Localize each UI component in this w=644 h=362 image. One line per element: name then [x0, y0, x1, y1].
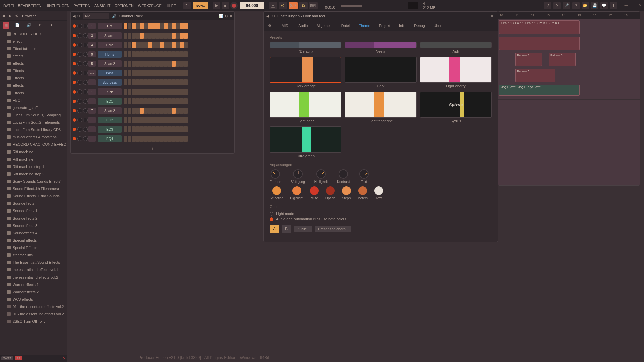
step[interactable]: [184, 51, 188, 57]
step[interactable]: [128, 117, 131, 123]
step[interactable]: [176, 42, 180, 48]
ab-b-button[interactable]: B: [282, 225, 291, 233]
song-mode-button[interactable]: SONG: [193, 2, 208, 9]
theme-preset-sytrus[interactable]: SytrusSytrus: [420, 92, 492, 123]
browser-item[interactable]: Effects: [0, 60, 67, 67]
step[interactable]: [168, 117, 172, 123]
channel-number[interactable]: [88, 136, 96, 142]
channel-name[interactable]: EQ1: [98, 98, 122, 105]
swatch-mute[interactable]: Mute: [310, 186, 319, 200]
step[interactable]: [160, 136, 164, 142]
step[interactable]: [164, 79, 168, 85]
step-sequencer[interactable]: [124, 108, 188, 114]
step[interactable]: [132, 108, 136, 114]
open-icon[interactable]: 📂: [582, 2, 589, 9]
step[interactable]: [180, 70, 184, 76]
theme-preset-dark[interactable]: Dark: [345, 57, 417, 88]
theme-preset-lightpear[interactable]: Light pear: [270, 92, 341, 123]
step[interactable]: [148, 126, 152, 132]
step[interactable]: [128, 79, 131, 85]
vol-knob[interactable]: [83, 136, 88, 141]
step[interactable]: [124, 61, 127, 67]
browser-item[interactable]: 01 - the essent..nd effects vol.2: [0, 303, 67, 310]
browser-item[interactable]: BB RUFF RIDER: [0, 30, 67, 38]
step[interactable]: [152, 136, 156, 142]
browser-item[interactable]: 01 - the essent..nd effects vol.2: [0, 310, 67, 318]
step[interactable]: [124, 33, 127, 39]
menu-bearbeiten[interactable]: BEARBEITEN: [16, 2, 44, 9]
channel-led[interactable]: [73, 128, 76, 131]
step[interactable]: [140, 42, 144, 48]
channel-led[interactable]: [73, 137, 76, 140]
cr-reload-icon[interactable]: ⟲: [77, 14, 80, 18]
pan-knob[interactable]: [77, 89, 82, 94]
step[interactable]: [140, 51, 144, 57]
step[interactable]: [168, 33, 172, 39]
step[interactable]: [140, 117, 144, 123]
step[interactable]: [180, 108, 184, 114]
step[interactable]: [152, 79, 156, 85]
menu-hinzufügen[interactable]: HINZUFÜGEN: [43, 2, 71, 9]
channel-name[interactable]: Snare1: [98, 32, 122, 39]
channel-led[interactable]: [73, 71, 76, 75]
step[interactable]: [176, 79, 180, 85]
tab-über[interactable]: Über: [430, 22, 446, 30]
step[interactable]: [144, 79, 148, 85]
step[interactable]: [180, 23, 184, 29]
browser-view-1[interactable]: ▦: [3, 22, 9, 29]
step[interactable]: [136, 61, 140, 67]
step[interactable]: [144, 117, 148, 123]
blend-icon[interactable]: ⧉: [299, 2, 308, 9]
step[interactable]: [124, 98, 127, 104]
channel-name[interactable]: EQ4: [98, 135, 122, 142]
step[interactable]: [172, 70, 176, 76]
menu-hilfe[interactable]: HILFE: [164, 2, 178, 9]
step[interactable]: [132, 89, 136, 95]
step-edit-icon[interactable]: 3/2: [289, 2, 298, 9]
swatch-steps[interactable]: Steps: [342, 186, 351, 200]
step[interactable]: [144, 126, 148, 132]
step[interactable]: [148, 51, 152, 57]
step[interactable]: [124, 79, 127, 85]
step[interactable]: [136, 51, 140, 57]
browser-item[interactable]: RECORD CRAC..OUND EFFECT: [0, 141, 67, 148]
step[interactable]: [176, 126, 180, 132]
reset-button[interactable]: Zurüc..: [294, 226, 312, 232]
step[interactable]: [184, 126, 188, 132]
step[interactable]: [172, 42, 176, 48]
step[interactable]: [132, 33, 136, 39]
song-progress[interactable]: [341, 5, 401, 7]
tab-allgemein[interactable]: Allgemein: [312, 22, 336, 30]
knob-sättigung[interactable]: Sättigung: [290, 169, 305, 184]
vol-knob[interactable]: [83, 61, 88, 66]
step[interactable]: [164, 33, 168, 39]
step[interactable]: [132, 70, 136, 76]
tag-close-icon[interactable]: ✕: [63, 356, 66, 361]
channel-number[interactable]: 3: [88, 33, 96, 39]
step[interactable]: [172, 33, 176, 39]
step[interactable]: [160, 70, 164, 76]
step[interactable]: [172, 61, 176, 67]
step[interactable]: [180, 33, 184, 39]
browser-item[interactable]: LucasFilm So..ts Library CD3: [0, 126, 67, 133]
step[interactable]: [128, 33, 131, 39]
step[interactable]: [148, 61, 152, 67]
step[interactable]: [156, 23, 160, 29]
step[interactable]: [164, 136, 168, 142]
menu-datei[interactable]: DATEI: [1, 2, 16, 9]
step[interactable]: [172, 98, 176, 104]
help-icon[interactable]: ?: [572, 2, 580, 9]
channel-number[interactable]: ---: [88, 79, 96, 85]
reload-icon[interactable]: ⟲: [15, 14, 20, 18]
step[interactable]: [172, 51, 176, 57]
step[interactable]: [180, 42, 184, 48]
step[interactable]: [148, 79, 152, 85]
step[interactable]: [148, 136, 152, 142]
step[interactable]: [136, 108, 140, 114]
browser-item[interactable]: generator_stuff: [0, 104, 67, 111]
browser-item[interactable]: Riff machine: [0, 148, 67, 156]
step[interactable]: [128, 136, 131, 142]
vol-knob[interactable]: [83, 89, 88, 94]
pan-knob[interactable]: [77, 127, 82, 132]
vol-knob[interactable]: [83, 108, 88, 113]
